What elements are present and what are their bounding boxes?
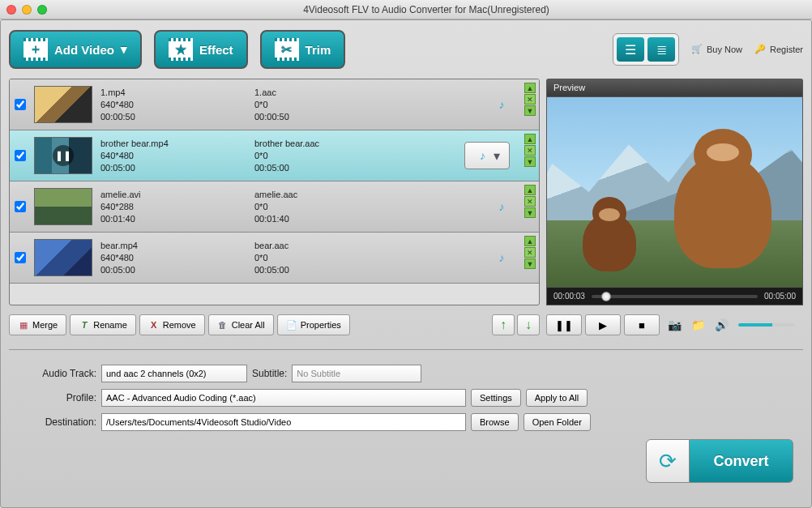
audio-format-icon[interactable]: ♪: [494, 199, 510, 215]
file-list[interactable]: 1.mp4640*48000:00:501.aac0*000:00:50♪▲✕▼…: [9, 79, 540, 305]
row-down-button[interactable]: ▼: [524, 207, 536, 218]
clear-all-button[interactable]: 🗑Clear All: [208, 314, 274, 335]
chevron-down-icon: ▾: [494, 148, 500, 164]
row-side-controls: ▲✕▼: [524, 236, 536, 269]
window-title: 4Videosoft FLV to Audio Converter for Ma…: [47, 4, 806, 15]
arrow-up-icon: ↑: [500, 318, 506, 332]
pause-icon: ❚❚: [555, 319, 573, 331]
add-video-button[interactable]: ＋ Add Video ▾: [9, 30, 142, 69]
pause-button[interactable]: ❚❚: [546, 314, 582, 335]
file-output-info: brother bear.aac0*000:05:00: [254, 138, 392, 174]
convert-group: ⟳ Convert: [646, 439, 793, 483]
destination-input[interactable]: [101, 413, 466, 431]
row-down-button[interactable]: ▼: [524, 105, 536, 116]
row-up-button[interactable]: ▲: [524, 134, 536, 144]
row-up-button[interactable]: ▲: [524, 236, 536, 246]
buy-now-label: Buy Now: [707, 45, 742, 54]
detail-view-button[interactable]: ≣: [647, 37, 675, 62]
row-down-button[interactable]: ▼: [524, 258, 536, 269]
settings-button[interactable]: Settings: [471, 389, 521, 407]
file-thumbnail[interactable]: [34, 86, 92, 123]
list-toolbar: ▦Merge TRename XRemove 🗑Clear All 📄Prope…: [9, 312, 540, 338]
buy-now-link[interactable]: 🛒 Buy Now: [691, 44, 742, 55]
trim-button[interactable]: ✂ Trim: [260, 30, 346, 69]
traffic-lights: [6, 5, 47, 15]
profile-select[interactable]: AAC - Advanced Audio Coding (*.aac): [101, 389, 466, 407]
row-up-button[interactable]: ▲: [524, 185, 536, 195]
subtitle-label: Subtitle:: [252, 368, 287, 379]
close-window-button[interactable]: [6, 5, 16, 15]
row-remove-button[interactable]: ✕: [524, 196, 536, 207]
play-button[interactable]: ▶: [585, 314, 621, 335]
file-thumbnail[interactable]: ❚❚: [34, 137, 92, 174]
snapshot-button[interactable]: 📷: [665, 317, 683, 333]
row-remove-button[interactable]: ✕: [524, 247, 536, 258]
apply-to-all-button[interactable]: Apply to All: [526, 389, 588, 407]
preview-thumbnail: [674, 155, 771, 268]
file-row[interactable]: 1.mp4640*48000:00:501.aac0*000:00:50♪▲✕▼: [10, 79, 539, 130]
file-thumbnail[interactable]: [34, 188, 92, 225]
file-checkbox[interactable]: [15, 252, 26, 263]
file-source-info: 1.mp4640*48000:00:50: [100, 87, 246, 123]
preview-video[interactable]: [546, 96, 803, 288]
stop-icon: ■: [639, 319, 645, 331]
playback-controls: ❚❚ ▶ ■ 📷 📁 🔊: [546, 312, 803, 338]
file-row[interactable]: ❚❚brother bear.mp4640*48000:05:00brother…: [10, 130, 539, 181]
volume-slider[interactable]: [738, 323, 795, 327]
pause-overlay-icon: ❚❚: [53, 145, 74, 166]
open-snapshot-folder-button[interactable]: 📁: [689, 317, 707, 333]
mute-button[interactable]: 🔊: [712, 317, 730, 333]
move-down-button[interactable]: ↓: [517, 314, 540, 335]
file-row[interactable]: bear.mp4640*48000:05:00bear.aac0*000:05:…: [10, 233, 539, 284]
destination-label: Destination:: [15, 416, 96, 428]
main-toolbar: ＋ Add Video ▾ ★ Effect ✂ Trim ☰ ≣ 🛒 Buy …: [9, 28, 803, 70]
open-folder-button[interactable]: Open Folder: [524, 413, 591, 431]
remove-icon: X: [148, 319, 160, 331]
rename-icon: T: [79, 319, 90, 331]
zoom-window-button[interactable]: [37, 5, 47, 15]
merge-icon: ▦: [18, 319, 29, 331]
film-star-icon: ★: [169, 39, 193, 60]
seek-knob[interactable]: [601, 292, 611, 301]
register-link[interactable]: 🔑 Register: [754, 44, 803, 55]
browse-button[interactable]: Browse: [471, 413, 519, 431]
file-thumbnail[interactable]: [34, 239, 92, 276]
file-row[interactable]: amelie.avi640*28800:01:40amelie.aac0*000…: [10, 181, 539, 233]
move-up-button[interactable]: ↑: [492, 314, 515, 335]
stop-button[interactable]: ■: [624, 314, 660, 335]
rename-button[interactable]: TRename: [70, 314, 136, 335]
preview-header: Preview: [546, 79, 803, 96]
arrow-down-icon: ↓: [525, 318, 532, 332]
properties-button[interactable]: 📄Properties: [277, 314, 350, 335]
audio-track-label: Audio Track:: [15, 368, 96, 379]
file-checkbox[interactable]: [15, 201, 26, 212]
audio-format-icon: ♪: [475, 147, 491, 164]
key-icon: 🔑: [754, 44, 766, 55]
row-up-button[interactable]: ▲: [524, 83, 536, 93]
effect-button[interactable]: ★ Effect: [154, 30, 248, 69]
current-time: 00:00:03: [553, 292, 585, 301]
file-checkbox[interactable]: [15, 150, 26, 161]
minimize-window-button[interactable]: [22, 5, 32, 15]
file-source-info: bear.mp4640*48000:05:00: [100, 240, 246, 276]
remove-button[interactable]: XRemove: [139, 314, 205, 335]
add-video-label: Add Video: [54, 43, 114, 57]
audio-format-icon[interactable]: ♪: [494, 250, 510, 266]
file-output-info: bear.aac0*000:05:00: [254, 240, 392, 276]
file-checkbox[interactable]: [15, 99, 26, 110]
convert-button[interactable]: Convert: [690, 439, 793, 483]
file-source-info: amelie.avi640*28800:01:40: [100, 189, 246, 225]
register-label: Register: [770, 45, 803, 54]
row-down-button[interactable]: ▼: [524, 156, 536, 167]
audio-format-icon[interactable]: ♪: [494, 96, 510, 113]
output-format-button[interactable]: ♪▾: [464, 142, 510, 169]
seek-slider[interactable]: [592, 295, 758, 298]
row-remove-button[interactable]: ✕: [524, 145, 536, 156]
cart-icon: 🛒: [691, 44, 703, 55]
list-view-button[interactable]: ☰: [617, 37, 644, 62]
merge-button[interactable]: ▦Merge: [9, 314, 66, 335]
audio-track-select[interactable]: und aac 2 channels (0x2): [101, 365, 247, 382]
subtitle-select[interactable]: No Subtitle: [292, 365, 421, 382]
file-source-info: brother bear.mp4640*48000:05:00: [100, 138, 246, 174]
row-remove-button[interactable]: ✕: [524, 94, 536, 105]
